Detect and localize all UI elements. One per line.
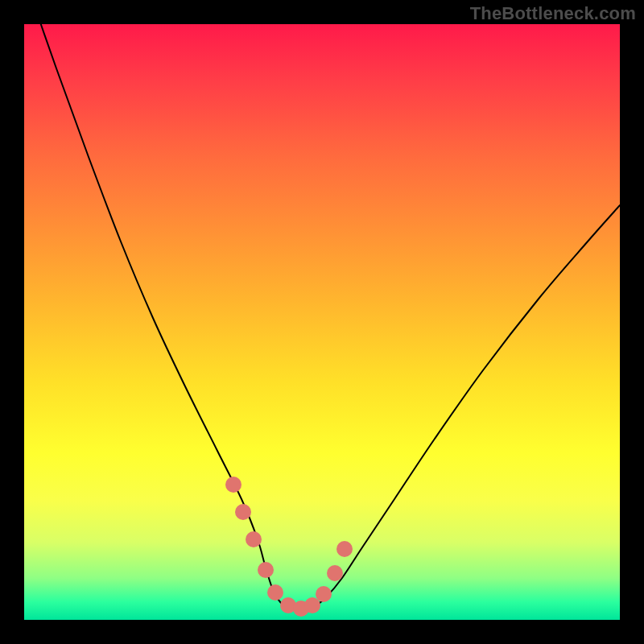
highlight-markers [225,477,353,617]
highlight-marker [327,565,343,581]
bottleneck-curve-svg [24,24,620,620]
highlight-marker [235,504,251,520]
plot-area [24,24,620,620]
highlight-marker [267,584,283,601]
highlight-marker [258,562,274,578]
highlight-marker [336,541,353,557]
highlight-marker [316,586,332,602]
watermark-text: TheBottleneck.com [470,3,636,24]
highlight-marker [246,531,262,547]
bottleneck-curve-line [24,24,620,611]
chart-frame: TheBottleneck.com [0,0,644,644]
highlight-marker [225,477,242,493]
